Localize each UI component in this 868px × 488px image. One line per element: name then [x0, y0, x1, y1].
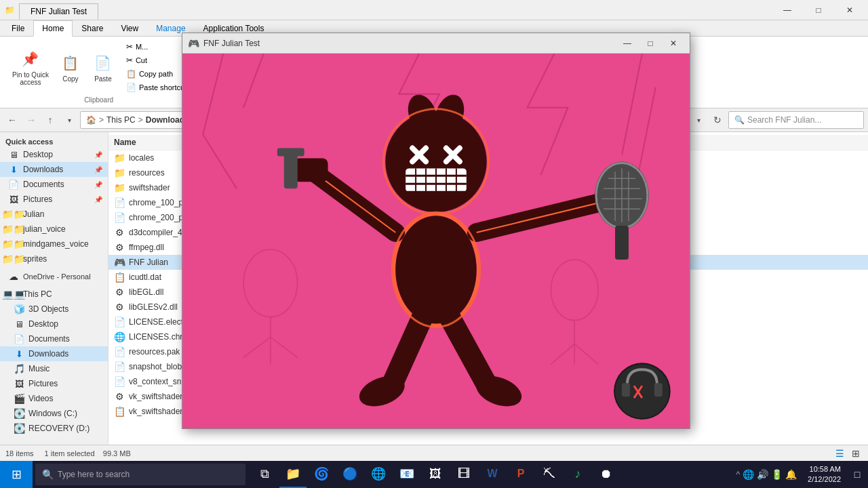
sidebar-item-downloads[interactable]: Downloads 📌	[0, 162, 108, 177]
move-to-label: M...	[136, 43, 148, 51]
spotify-icon: ♪	[575, 467, 581, 481]
taskbar-mail[interactable]: 📧	[393, 461, 420, 488]
image-window-maximize[interactable]: □	[639, 36, 661, 51]
sidebar-item-videos[interactable]: 🎬 Videos	[0, 391, 108, 406]
paste-shortcut-icon: 📄	[126, 83, 136, 92]
sidebar-onedrive-label: OneDrive - Personal	[23, 272, 91, 281]
copy-path-button[interactable]: 📋 Copy path	[123, 68, 189, 80]
sidebar-item-pictures-pc[interactable]: Pictures	[0, 376, 108, 391]
taskbar-minecraft[interactable]: ⛏	[536, 461, 563, 488]
sidebar-desktop-label: Desktop	[23, 150, 53, 159]
documents-pc-icon	[14, 333, 24, 344]
sidebar-item-desktop[interactable]: Desktop 📌	[0, 147, 108, 162]
paste-button[interactable]: 📄 Paste	[88, 51, 118, 84]
tray-arrow[interactable]: ^	[736, 470, 740, 479]
sidebar-item-documents-pc[interactable]: Documents	[0, 331, 108, 346]
taskbar-app-5[interactable]: 🌐	[365, 461, 392, 488]
up-button[interactable]: ↑	[42, 112, 58, 128]
obs-icon: ⏺	[600, 467, 612, 481]
sidebar-item-julian[interactable]: 📁 Julian	[0, 207, 108, 222]
ribbon-tab-share[interactable]: Share	[73, 20, 112, 37]
sidebar-item-downloads-pc[interactable]: Downloads	[0, 346, 108, 361]
sidebar-item-sprites[interactable]: 📁 sprites	[0, 251, 108, 266]
close-button[interactable]: ✕	[834, 0, 865, 20]
ribbon-tab-view[interactable]: View	[112, 20, 147, 37]
sidebar-item-3dobjects[interactable]: 🧊 3D Objects	[0, 302, 108, 317]
sidebar-item-pictures[interactable]: Pictures 📌	[0, 192, 108, 207]
title-tab-active[interactable]: FNF Julian Test	[19, 3, 98, 20]
notification-icon[interactable]: 🔔	[785, 469, 797, 480]
back-button[interactable]: ←	[4, 112, 20, 128]
julian-folder-icon: 📁	[8, 209, 19, 220]
sidebar-item-mindgames-voice[interactable]: 📁 mindgames_voice	[0, 237, 108, 251]
recent-button[interactable]: ▾	[61, 112, 77, 128]
sidebar-item-onedrive[interactable]: ☁ OneDrive - Personal	[0, 269, 108, 284]
chrome100-icon: 📄	[114, 197, 125, 208]
start-button[interactable]: ⊞	[0, 461, 33, 488]
pin-button[interactable]: 📌 Pin to Quickaccess	[8, 47, 53, 87]
copy-path-label: Copy path	[139, 70, 173, 78]
taskbar-photos[interactable]: 🖼	[422, 461, 449, 488]
taskbar-powerpoint[interactable]: P	[507, 461, 534, 488]
sidebar-downloads-label: Downloads	[23, 165, 63, 174]
taskbar-task-view[interactable]: ⧉	[251, 461, 278, 488]
taskbar-chrome[interactable]: 🔵	[336, 461, 363, 488]
ribbon-tab-home[interactable]: Home	[33, 20, 73, 37]
sidebar-item-desktop-pc[interactable]: Desktop	[0, 317, 108, 331]
taskbar-clock[interactable]: 10:58 AM 2/12/2022	[802, 464, 846, 485]
sidebar-item-thispc[interactable]: 💻 This PC	[0, 287, 108, 302]
sidebar-item-julian-voice[interactable]: 📁 julian_voice	[0, 222, 108, 237]
taskbar-spotify[interactable]: ♪	[564, 461, 591, 488]
resources-icon: 📁	[114, 167, 125, 178]
copy-button[interactable]: 📋 Copy	[56, 51, 85, 84]
paste-shortcut-button[interactable]: 📄 Paste shortcut	[123, 81, 189, 94]
forward-button[interactable]: →	[23, 112, 39, 128]
sidebar-pictures-label: Pictures	[23, 195, 52, 204]
battery-icon[interactable]: 🔋	[771, 469, 783, 480]
downloads-icon	[8, 164, 19, 175]
cut-button[interactable]: ✂ Cut	[123, 54, 189, 66]
minimize-button[interactable]: —	[772, 0, 803, 20]
powerpoint-icon: P	[517, 468, 525, 480]
move-to-button[interactable]: ✂ M...	[123, 41, 189, 53]
sidebar-item-windows-c[interactable]: 💽 Windows (C:)	[0, 406, 108, 421]
ribbon-tab-file[interactable]: File	[3, 20, 33, 37]
sidebar-julian-voice-label: julian_voice	[23, 224, 66, 234]
photos-icon: 🖼	[429, 467, 441, 481]
volume-icon[interactable]: 🔊	[757, 469, 768, 480]
taskbar-media[interactable]: 🎞	[450, 461, 477, 488]
refresh-button[interactable]: ↻	[709, 112, 726, 128]
refresh-dropdown-button[interactable]: ▾	[690, 112, 707, 128]
taskbar-apps: ⧉ 📁 🌀 🔵 🌐 📧 🖼 🎞 W P ⛏	[248, 461, 730, 488]
notification-center-button[interactable]: □	[846, 461, 868, 488]
v8-icon: 📄	[114, 376, 125, 387]
breadcrumb-thispc[interactable]: This PC	[106, 115, 136, 125]
sidebar-documents-label: Documents	[23, 180, 64, 189]
sidebar-item-recovery-d[interactable]: 💽 RECOVERY (D:)	[0, 421, 108, 436]
vk-icon: ⚙	[114, 391, 125, 402]
taskbar-edge[interactable]: 🌀	[308, 461, 335, 488]
image-window-minimize[interactable]: —	[616, 36, 638, 51]
sidebar-item-music[interactable]: 🎵 Music	[0, 361, 108, 376]
taskbar-obs[interactable]: ⏺	[593, 461, 620, 488]
sidebar-item-documents[interactable]: Documents 📌	[0, 177, 108, 192]
sidebar-music-label: Music	[28, 364, 50, 373]
taskbar-search[interactable]: 🔍 Type here to search	[35, 464, 245, 485]
julian-voice-icon: 📁	[8, 224, 19, 235]
move-to-icon: ✂	[126, 42, 133, 52]
details-view-button[interactable]: ☰	[833, 447, 846, 460]
snapshot-icon: 📄	[114, 361, 125, 372]
status-bar: 18 items 1 item selected 99.3 MB ☰ ⊞	[0, 445, 868, 461]
network-icon[interactable]: 🌐	[743, 469, 754, 480]
image-window-title: FNF Julian Test	[203, 39, 612, 48]
swiftshader-icon: 📁	[114, 182, 125, 193]
image-window-close[interactable]: ✕	[663, 36, 684, 51]
large-icons-view-button[interactable]: ⊞	[849, 447, 863, 460]
search-bar[interactable]: 🔍 Search FNF Julian...	[728, 111, 864, 129]
maximize-button[interactable]: □	[803, 0, 834, 20]
svg-rect-57	[622, 383, 630, 396]
mail-icon: 📧	[399, 466, 414, 481]
taskbar-word[interactable]: W	[479, 461, 506, 488]
taskbar-file-explorer[interactable]: 📁	[279, 461, 307, 488]
paste-shortcut-label: Paste shortcut	[139, 83, 186, 92]
